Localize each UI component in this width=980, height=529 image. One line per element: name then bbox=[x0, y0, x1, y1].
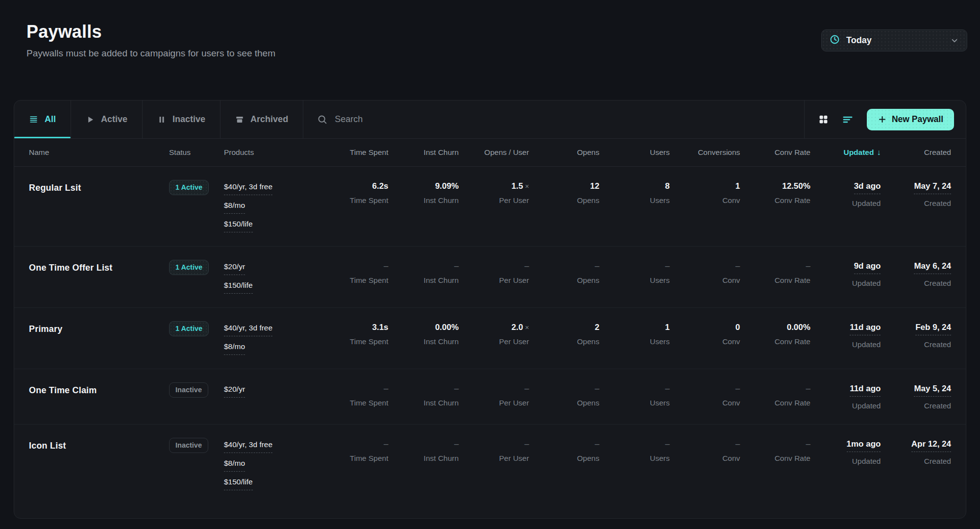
product-price[interactable]: $150/life bbox=[224, 478, 253, 490]
product-price[interactable]: $8/mo bbox=[224, 342, 245, 355]
metric-value-line: 8 bbox=[599, 181, 670, 191]
table-row[interactable]: Regular Lsit1 Active$40/yr, 3d free$8/mo… bbox=[14, 167, 966, 246]
search-input[interactable] bbox=[335, 114, 790, 125]
metric-conversions: –Conv bbox=[670, 261, 740, 294]
status-cell: 1 Active bbox=[169, 261, 224, 294]
metric-value: – bbox=[665, 439, 669, 449]
metric-value: – bbox=[524, 439, 529, 449]
product-price[interactable]: $40/yr, 3d free bbox=[224, 324, 272, 336]
metric-value-line: 12 bbox=[529, 181, 600, 191]
metric-value[interactable]: 1mo ago bbox=[847, 439, 881, 452]
metric-value[interactable]: May 5, 24 bbox=[914, 384, 951, 397]
metric-label: Time Spent bbox=[318, 454, 389, 463]
status-cell: Inactive bbox=[169, 439, 224, 490]
metric-label: Per User bbox=[459, 399, 529, 407]
plus-icon bbox=[878, 115, 887, 124]
metric-users: 1Users bbox=[599, 323, 670, 355]
metric-opens_per_user: –Per User bbox=[459, 439, 529, 490]
metric-value-line: – bbox=[459, 384, 529, 394]
metric-label: Created bbox=[881, 340, 951, 349]
tab-all[interactable]: All bbox=[14, 101, 71, 138]
metric-value-line: Apr 12, 24 bbox=[881, 439, 951, 452]
metric-value: 12.50% bbox=[782, 181, 810, 191]
metric-label: Users bbox=[599, 196, 670, 205]
product-price[interactable]: $8/mo bbox=[224, 201, 245, 214]
metric-value-line: 0.00% bbox=[389, 323, 459, 332]
metric-value-line: – bbox=[740, 384, 810, 394]
metric-value: – bbox=[806, 261, 810, 271]
product-price[interactable]: $20/yr bbox=[224, 262, 245, 275]
metric-created: May 6, 24Created bbox=[881, 261, 951, 294]
metric-value[interactable]: 11d ago bbox=[850, 384, 881, 397]
archive-icon bbox=[235, 115, 244, 124]
tab-active[interactable]: Active bbox=[71, 101, 143, 138]
chevron-down-icon bbox=[950, 36, 959, 45]
product-price[interactable]: $40/yr, 3d free bbox=[224, 182, 272, 195]
product-price[interactable]: $20/yr bbox=[224, 385, 245, 398]
product-price[interactable]: $40/yr, 3d free bbox=[224, 440, 272, 453]
metric-label: Updated bbox=[810, 340, 881, 349]
metric-value-line: Feb 9, 24 bbox=[881, 323, 951, 335]
new-paywall-label: New Paywall bbox=[892, 114, 943, 125]
table-row[interactable]: One Time ClaimInactive$20/yr–Time Spent–… bbox=[14, 369, 966, 424]
status-cell: 1 Active bbox=[169, 323, 224, 355]
metric-value[interactable]: 11d ago bbox=[850, 323, 881, 335]
column-header-updated[interactable]: Updated↓ bbox=[810, 148, 881, 157]
column-header-conversions[interactable]: Conversions bbox=[670, 148, 740, 157]
column-header-products[interactable]: Products bbox=[224, 148, 318, 157]
metric-value: – bbox=[735, 439, 740, 449]
product-price[interactable]: $150/life bbox=[224, 281, 253, 294]
column-header-time_spent[interactable]: Time Spent bbox=[318, 148, 389, 157]
metric-value-line: – bbox=[599, 384, 670, 394]
column-header-opens_per_user[interactable]: Opens / User bbox=[459, 148, 529, 157]
column-header-created[interactable]: Created bbox=[881, 148, 951, 157]
grid-view-icon[interactable] bbox=[818, 114, 829, 125]
metric-conv_rate: –Conv Rate bbox=[740, 384, 810, 410]
metric-value[interactable]: 3d ago bbox=[854, 181, 881, 194]
product-price[interactable]: $8/mo bbox=[224, 459, 245, 472]
tab-archived[interactable]: Archived bbox=[220, 101, 303, 138]
column-header-name[interactable]: Name bbox=[29, 148, 169, 157]
paywall-name: Primary bbox=[29, 323, 169, 355]
column-header-users[interactable]: Users bbox=[599, 148, 670, 157]
metric-value[interactable]: May 6, 24 bbox=[914, 261, 951, 274]
paywall-name: Icon List bbox=[29, 439, 169, 490]
metric-opens: –Opens bbox=[529, 384, 600, 410]
metric-value[interactable]: 9d ago bbox=[854, 261, 881, 274]
tab-label: Archived bbox=[250, 114, 288, 125]
metric-time_spent: –Time Spent bbox=[318, 261, 389, 294]
metric-value: – bbox=[384, 261, 388, 271]
new-paywall-button[interactable]: New Paywall bbox=[867, 109, 954, 130]
products-list: $40/yr, 3d free$8/mo bbox=[224, 323, 318, 355]
column-header-inst_churn[interactable]: Inst Churn bbox=[389, 148, 459, 157]
table-body: Regular Lsit1 Active$40/yr, 3d free$8/mo… bbox=[14, 167, 966, 504]
list-view-icon[interactable] bbox=[842, 114, 853, 125]
metric-value: 2 bbox=[595, 323, 599, 332]
table-row[interactable]: One Time Offer List1 Active$20/yr$150/li… bbox=[14, 246, 966, 307]
table-header: NameStatusProductsTime SpentInst ChurnOp… bbox=[14, 139, 966, 167]
status-badge: Inactive bbox=[169, 438, 208, 453]
metric-value[interactable]: Apr 12, 24 bbox=[911, 439, 951, 452]
date-range-dropdown[interactable]: Today bbox=[821, 29, 967, 51]
metric-opens_per_user: –Per User bbox=[459, 384, 529, 410]
product-price[interactable]: $150/life bbox=[224, 220, 253, 232]
column-header-conv_rate[interactable]: Conv Rate bbox=[740, 148, 810, 157]
metric-value: 6.2s bbox=[372, 181, 388, 191]
metric-value[interactable]: May 7, 24 bbox=[914, 181, 951, 194]
status-badge: Inactive bbox=[169, 382, 208, 398]
search-field[interactable] bbox=[303, 101, 804, 138]
column-header-label: Users bbox=[650, 148, 669, 156]
column-header-label: Created bbox=[924, 148, 951, 156]
column-header-opens[interactable]: Opens bbox=[529, 148, 600, 157]
metric-label: Conv bbox=[670, 196, 740, 205]
column-header-status[interactable]: Status bbox=[169, 148, 224, 157]
metric-value[interactable]: Feb 9, 24 bbox=[915, 323, 951, 335]
tab-inactive[interactable]: Inactive bbox=[143, 101, 220, 138]
metric-label: Opens bbox=[529, 337, 600, 346]
column-header-label: Status bbox=[169, 148, 191, 156]
metric-label: Updated bbox=[810, 199, 881, 208]
metric-conv_rate: –Conv Rate bbox=[740, 439, 810, 490]
column-header-label: Products bbox=[224, 148, 254, 156]
table-row[interactable]: Primary1 Active$40/yr, 3d free$8/mo3.1sT… bbox=[14, 307, 966, 369]
table-row[interactable]: Icon ListInactive$40/yr, 3d free$8/mo$15… bbox=[14, 424, 966, 504]
